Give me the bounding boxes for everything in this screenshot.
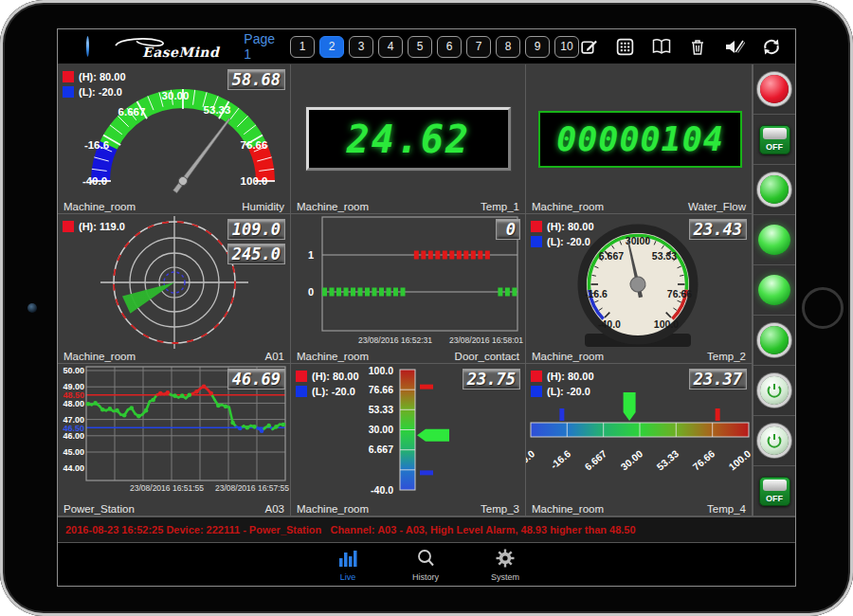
low-swatch <box>296 386 307 397</box>
page-button-3[interactable]: 3 <box>349 36 373 58</box>
low-marker <box>559 408 564 421</box>
panel-channel: Temp_1 <box>481 201 519 212</box>
mute-icon[interactable] <box>723 37 745 57</box>
indicator-button-green-2[interactable] <box>760 326 789 354</box>
page-button-2[interactable]: 2 <box>319 36 344 58</box>
svg-text:76.66: 76.66 <box>690 447 717 472</box>
svg-text:-40.0: -40.0 <box>82 175 107 187</box>
svg-text:46.00: 46.00 <box>63 431 84 441</box>
camera <box>27 303 37 313</box>
tab-history[interactable]: History <box>392 549 459 582</box>
svg-text:44.00: 44.00 <box>63 463 84 473</box>
temp2-readout: 23.43 <box>689 219 747 240</box>
power-button-2[interactable] <box>760 426 789 455</box>
temp1-led-display: 24.62 <box>306 107 511 171</box>
svg-text:6.667: 6.667 <box>599 250 624 262</box>
rocker-paddle <box>763 480 787 491</box>
svg-text:-16.6: -16.6 <box>84 139 109 151</box>
svg-text:-16.6: -16.6 <box>548 447 572 471</box>
svg-text:-40.0: -40.0 <box>598 318 621 330</box>
svg-text:53.33: 53.33 <box>369 404 393 415</box>
timestamp: 23/08/2016 16:51:55 <box>130 483 204 493</box>
svg-text:30.00: 30.00 <box>618 447 644 472</box>
power-icon <box>766 382 783 399</box>
book-icon[interactable] <box>651 37 672 56</box>
svg-text:76.66: 76.66 <box>667 288 692 299</box>
svg-text:53.33: 53.33 <box>204 104 231 116</box>
panel-location: Machine_room <box>297 201 369 212</box>
page-button-10[interactable]: 10 <box>554 36 579 58</box>
page-button-8[interactable]: 8 <box>496 36 520 58</box>
legend-high: (H): 80.00 <box>531 369 594 384</box>
edit-icon[interactable] <box>579 37 599 57</box>
home-button[interactable] <box>802 287 844 329</box>
temp3-readout: 23.75 <box>463 369 520 390</box>
panel-temp2: (H): 80.00 (L): -20.0 23.43 -40.0 -16.6 … <box>526 214 753 364</box>
legend-low: (L): -20.0 <box>531 234 594 249</box>
rocker-paddle <box>763 128 787 139</box>
svg-text:1: 1 <box>308 249 314 261</box>
svg-text:100.0: 100.0 <box>241 175 268 187</box>
high-swatch <box>296 371 307 382</box>
svg-text:-16.6: -16.6 <box>585 288 608 299</box>
rocker-switch-off-2[interactable]: OFF <box>759 477 790 506</box>
indicator-button-green-1[interactable] <box>760 175 789 204</box>
green-led-1[interactable] <box>758 225 790 255</box>
refresh-icon[interactable] <box>761 37 782 57</box>
page-button-7[interactable]: 7 <box>466 36 491 58</box>
low-swatch <box>531 386 542 397</box>
logo-text: EaseMind <box>142 45 219 60</box>
page-button-1[interactable]: 1 <box>290 36 315 58</box>
panel-location: Machine_room <box>532 201 604 212</box>
svg-text:6.667: 6.667 <box>118 106 146 118</box>
svg-text:76.66: 76.66 <box>241 139 268 151</box>
legend-low: (L): -20.0 <box>63 84 126 100</box>
svg-text:30.00: 30.00 <box>162 90 190 101</box>
low-swatch <box>63 86 74 98</box>
high-swatch <box>63 221 74 232</box>
gauge-needle <box>172 117 233 194</box>
legend-low: (L): -20.0 <box>296 384 359 399</box>
svg-text:53.33: 53.33 <box>652 250 677 262</box>
panel-temp4: (H): 80.00 (L): -20.0 23.37 <box>526 364 753 516</box>
toolbar-icons <box>579 37 782 57</box>
temp4-readout: 23.37 <box>689 369 747 390</box>
search-icon <box>415 549 436 568</box>
rocker-switch-off-1[interactable]: OFF <box>759 125 790 154</box>
trash-icon[interactable] <box>688 37 707 57</box>
alarm-message: 2016-08-23 16:52:25 Device: 222111 - Pow… <box>58 517 795 542</box>
panel-a01: (H): 119.0 109.0 245.0 <box>58 214 291 364</box>
low-marker <box>420 470 433 475</box>
keypad-icon[interactable] <box>615 37 635 57</box>
timestamp: 23/08/2016 16:57:55 <box>215 483 289 493</box>
alarm-indicator-red[interactable] <box>760 75 789 103</box>
gear-icon <box>495 549 516 568</box>
page-button-5[interactable]: 5 <box>408 36 432 58</box>
humidity-readout: 58.68 <box>227 69 285 90</box>
tab-system[interactable]: System <box>472 549 538 582</box>
connection-indicator[interactable] <box>86 36 89 57</box>
page-button-4[interactable]: 4 <box>378 36 403 58</box>
alarm-bar: 2016-08-23 16:52:25 Device: 222111 - Pow… <box>58 516 795 543</box>
legend-high: (H): 80.00 <box>531 219 594 234</box>
svg-text:-40.0: -40.0 <box>526 447 536 471</box>
power-button-1[interactable] <box>760 376 789 405</box>
timestamp: 23/08/2016 16:58:01 <box>449 335 523 345</box>
green-led-2[interactable] <box>758 275 790 305</box>
timestamp: 23/08/2016 16:52:31 <box>358 335 432 345</box>
page-button-9[interactable]: 9 <box>525 36 550 58</box>
a03-readout: 46.69 <box>227 369 285 390</box>
water-flow-counter: 00000104 <box>538 111 742 168</box>
page-button-6[interactable]: 6 <box>437 36 462 58</box>
tablet-frame: EaseMind Page 1 12345678910 <box>0 0 853 616</box>
svg-text:100.0: 100.0 <box>726 447 753 472</box>
svg-text:100.0: 100.0 <box>654 318 679 330</box>
high-marker <box>420 385 433 390</box>
door-readout: 0 <box>496 219 520 240</box>
dashboard-grid: (H): 80.00 (L): -20.0 58.68 -40.0 -16.6 … <box>58 64 795 516</box>
screen: EaseMind Page 1 12345678910 <box>57 28 796 587</box>
tab-live[interactable]: Live <box>315 549 381 582</box>
svg-text:0: 0 <box>308 286 314 298</box>
svg-text:30.00: 30.00 <box>369 424 393 435</box>
high-swatch <box>531 371 542 382</box>
